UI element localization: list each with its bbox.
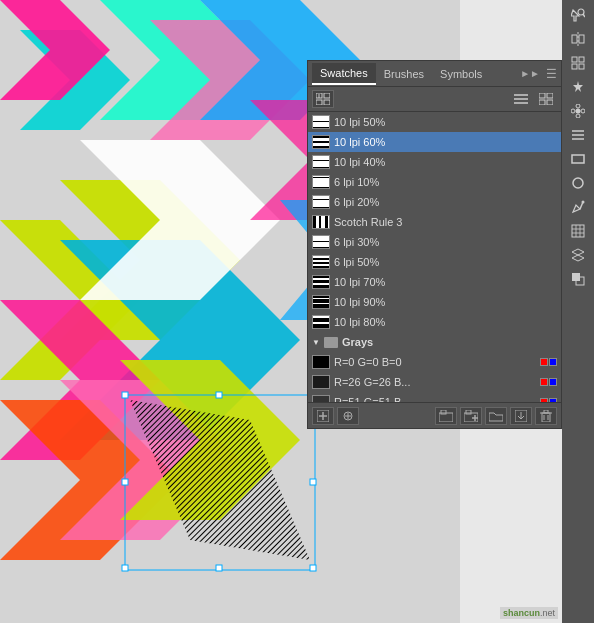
pen-tool-icon[interactable]	[565, 196, 591, 218]
swatch-dark-gray[interactable]: R=26 G=26 B...	[308, 372, 561, 392]
wand-tool-icon[interactable]	[565, 76, 591, 98]
panel-tabs: Swatches Brushes Symbols ►► ☰	[308, 61, 561, 87]
svg-rect-65	[579, 57, 584, 62]
swatch-scotch[interactable]: Scotch Rule 3	[308, 212, 561, 232]
svg-marker-87	[572, 255, 584, 261]
svg-rect-81	[572, 225, 584, 237]
svg-rect-21	[310, 479, 316, 485]
grid-tool-icon[interactable]	[565, 52, 591, 74]
flower-tool-icon[interactable]	[565, 100, 591, 122]
swatch-black[interactable]: R=0 G=0 B=0	[308, 352, 561, 372]
group-header-grays[interactable]: ▼ Grays	[308, 332, 561, 352]
tab-symbols[interactable]: Symbols	[432, 64, 490, 84]
panel-toolbar	[308, 87, 561, 112]
forward-icon[interactable]: ►►	[520, 68, 540, 79]
svg-rect-39	[547, 100, 553, 105]
list-view-btn[interactable]	[510, 90, 532, 108]
rect-tool-icon[interactable]	[565, 148, 591, 170]
svg-marker-68	[573, 81, 583, 92]
swatch-item[interactable]: 6 lpi 10%	[308, 172, 561, 192]
swatch-item[interactable]: 10 lpi 80%	[308, 312, 561, 332]
new-swatch-button[interactable]	[312, 407, 334, 425]
grid-view-btn[interactable]	[535, 90, 557, 108]
swatch-item[interactable]: 10 lpi 40%	[308, 152, 561, 172]
svg-point-80	[582, 201, 585, 204]
swatch-item[interactable]: 10 lpi 70%	[308, 272, 561, 292]
swatch-list: 10 lpi 50% 10 lpi 60% 10 lpi 40% 6 lpi 1…	[308, 112, 561, 402]
layers-tool-icon[interactable]	[565, 244, 591, 266]
svg-rect-38	[539, 100, 545, 105]
svg-rect-62	[579, 35, 584, 43]
svg-rect-56	[544, 410, 548, 413]
svg-line-60	[583, 14, 585, 17]
svg-rect-20	[122, 479, 128, 485]
new-library-button[interactable]	[435, 407, 457, 425]
svg-rect-23	[216, 565, 222, 571]
fill-tool-icon[interactable]	[565, 268, 591, 290]
svg-rect-77	[572, 155, 584, 163]
swatch-item[interactable]: 6 lpi 30%	[308, 232, 561, 252]
folder-icon	[324, 337, 338, 348]
save-button[interactable]	[510, 407, 532, 425]
swatch-item[interactable]: 6 lpi 20%	[308, 192, 561, 212]
svg-rect-61	[572, 35, 577, 43]
svg-point-72	[571, 109, 575, 113]
svg-rect-22	[122, 565, 128, 571]
svg-rect-24	[310, 565, 316, 571]
svg-rect-18	[216, 392, 222, 398]
svg-point-78	[573, 178, 583, 188]
svg-marker-86	[572, 249, 584, 255]
svg-rect-36	[539, 93, 545, 98]
svg-rect-30	[324, 100, 330, 105]
menu-icon[interactable]: ☰	[546, 67, 557, 81]
circle-tool-icon[interactable]	[565, 172, 591, 194]
add-library-button[interactable]	[460, 407, 482, 425]
swatch-grid-btn[interactable]	[312, 90, 334, 108]
svg-rect-17	[122, 392, 128, 398]
svg-point-73	[581, 109, 585, 113]
svg-rect-54	[542, 413, 550, 422]
svg-rect-67	[579, 64, 584, 69]
panel-tab-extras: ►► ☰	[520, 67, 557, 81]
tab-brushes[interactable]: Brushes	[376, 64, 432, 84]
swatch-medium-gray[interactable]: R=51 G=51 B...	[308, 392, 561, 402]
lines-tool-icon[interactable]	[565, 124, 591, 146]
right-toolbar	[562, 0, 594, 623]
swatch-item[interactable]: 6 lpi 50%	[308, 252, 561, 272]
tab-swatches[interactable]: Swatches	[312, 63, 376, 85]
swatch-options-button[interactable]	[337, 407, 359, 425]
svg-rect-64	[572, 57, 577, 62]
reflect-tool-icon[interactable]	[565, 28, 591, 50]
swatch-item[interactable]: 10 lpi 90%	[308, 292, 561, 312]
grid2-tool-icon[interactable]	[565, 220, 591, 242]
svg-rect-29	[316, 100, 322, 105]
svg-point-71	[576, 114, 580, 118]
svg-point-69	[576, 109, 581, 114]
svg-rect-37	[547, 93, 553, 98]
panel-bottom-bar	[308, 402, 561, 428]
svg-rect-66	[572, 64, 577, 69]
open-folder-button[interactable]	[485, 407, 507, 425]
triangle-icon: ▼	[312, 338, 320, 347]
arrow-tool-icon[interactable]	[565, 4, 591, 26]
watermark: shancun.net	[500, 607, 558, 619]
delete-button[interactable]	[535, 407, 557, 425]
svg-point-70	[576, 104, 580, 108]
swatches-panel: Swatches Brushes Symbols ►► ☰	[307, 60, 562, 429]
swatch-item[interactable]: 10 lpi 50%	[308, 112, 561, 132]
svg-rect-28	[324, 93, 330, 98]
swatch-item-selected[interactable]: 10 lpi 60%	[308, 132, 561, 152]
